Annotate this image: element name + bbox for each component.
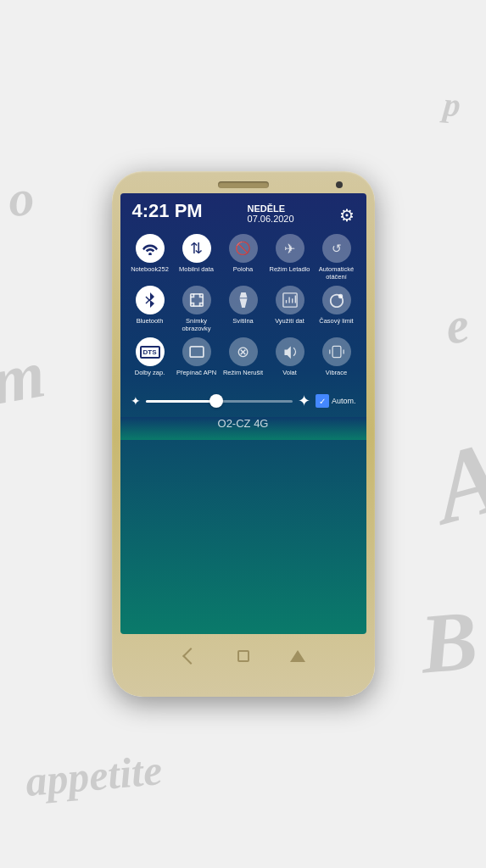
auto-brightness-checkbox[interactable]: ✓ [316, 394, 329, 408]
front-camera [336, 181, 343, 188]
phone-screen: 4:21 PM NEDĚLE 07.06.2020 ⚙ [120, 193, 366, 634]
screenshot-icon [182, 286, 211, 314]
dnd-label: Režim Nerušit [223, 369, 263, 376]
toggle-row-1: Notebook252 ⇅ Mobilní data 🚫 Poloha ✈ Re… [129, 234, 358, 281]
mobile-data-label: Mobilní data [179, 265, 214, 273]
brightness-thumb[interactable] [209, 394, 223, 408]
auto-rotate-icon: ↺ [322, 234, 351, 263]
toggle-dnd[interactable]: ⊗ Režim Nerušit [222, 337, 265, 376]
phone-device: 4:21 PM NEDĚLE 07.06.2020 ⚙ [112, 171, 375, 697]
wifi-label: Notebook252 [131, 265, 169, 273]
apn-label: Přepínač APN [176, 369, 216, 376]
brightness-high-icon: ✦ [298, 392, 310, 410]
dolby-icon: DTS [136, 337, 165, 366]
wallpaper-area: O2-CZ 4G [120, 417, 366, 440]
toggle-flashlight[interactable]: Svítilna [222, 286, 265, 332]
brightness-fill [146, 400, 216, 403]
toggle-auto-rotate[interactable]: ↺ Automatické otáčení [316, 234, 358, 281]
toggle-mobile-data[interactable]: ⇅ Mobilní data [176, 234, 218, 281]
quick-toggles-panel: Notebook252 ⇅ Mobilní data 🚫 Poloha ✈ Re… [120, 231, 366, 385]
recents-icon [237, 650, 249, 662]
auto-brightness-section[interactable]: ✓ Autom. [316, 394, 356, 408]
time-limit-label: Časový limit [319, 317, 353, 325]
vibrate-label: Vibrace [326, 369, 347, 376]
toggle-data-usage[interactable]: Využití dat [269, 286, 311, 332]
toggle-row-2: Bluetooth Snímkyobrazovky [129, 286, 358, 332]
svg-point-0 [148, 253, 152, 255]
data-usage-icon [276, 286, 304, 314]
recents-button[interactable] [233, 646, 254, 666]
toggle-airplane[interactable]: ✈ Režim Letadlo [269, 234, 311, 281]
toggle-time-limit[interactable]: Časový limit [316, 286, 358, 332]
svg-point-9 [338, 294, 342, 298]
toggle-volume[interactable]: Volat [269, 337, 311, 376]
vibrate-icon [322, 337, 351, 366]
flashlight-icon [229, 286, 258, 314]
dolby-label: Dolby zap. [135, 369, 165, 376]
bluetooth-icon [136, 286, 165, 314]
toggle-row-3: DTS Dolby zap. Přepínač APN ⊗ Režim Neru… [129, 337, 358, 376]
brightness-slider[interactable] [146, 400, 293, 403]
apn-icon [182, 337, 211, 366]
dnd-icon: ⊗ [229, 337, 258, 366]
airplane-label: Režim Letadlo [270, 265, 310, 273]
wifi-icon [136, 234, 165, 263]
svg-rect-11 [332, 346, 341, 357]
settings-icon[interactable]: ⚙ [339, 205, 355, 225]
flashlight-label: Svítilna [232, 317, 254, 325]
location-label: Poloha [233, 265, 253, 273]
brightness-low-icon: ✦ [131, 394, 141, 408]
toggle-dolby[interactable]: DTS Dolby zap. [129, 337, 171, 376]
home-icon [290, 650, 305, 662]
clock-time: 4:21 PM [132, 202, 203, 220]
day-name: NEDĚLE [248, 203, 286, 214]
carrier-text: O2-CZ 4G [218, 417, 269, 430]
mobile-data-icon: ⇅ [182, 234, 211, 263]
back-button[interactable] [179, 646, 199, 666]
toggle-screenshot[interactable]: Snímkyobrazovky [176, 286, 218, 332]
time-limit-icon [322, 286, 351, 314]
bottom-nav-bar [119, 639, 368, 673]
svg-line-2 [146, 299, 150, 303]
volume-icon [276, 337, 304, 366]
home-button[interactable] [288, 646, 308, 666]
toggle-vibrate[interactable]: Vibrace [316, 337, 358, 376]
svg-rect-10 [190, 347, 204, 357]
auto-rotate-label: Automatické otáčení [316, 265, 358, 281]
phone-top-hardware [119, 181, 368, 188]
location-icon: 🚫 [229, 234, 258, 263]
bluetooth-label: Bluetooth [137, 317, 164, 325]
date-display: 07.06.2020 [248, 214, 294, 224]
volume-label: Volat [282, 369, 297, 376]
svg-rect-3 [190, 294, 202, 306]
date-section: NEDĚLE 07.06.2020 [248, 202, 294, 224]
airplane-icon: ✈ [276, 234, 304, 263]
time-section: 4:21 PM [132, 202, 203, 220]
status-bar: 4:21 PM NEDĚLE 07.06.2020 ⚙ [120, 193, 366, 231]
toggle-wifi[interactable]: Notebook252 [129, 234, 171, 281]
screenshot-label: Snímkyobrazovky [182, 317, 210, 332]
data-usage-label: Využití dat [275, 317, 304, 325]
speaker-grille [218, 181, 269, 188]
auto-brightness-label: Autom. [332, 397, 356, 405]
toggle-apn[interactable]: Přepínač APN [176, 337, 218, 376]
toggle-location[interactable]: 🚫 Poloha [222, 234, 265, 281]
brightness-row: ✦ ✦ ✓ Autom. [120, 385, 366, 417]
toggle-bluetooth[interactable]: Bluetooth [129, 286, 171, 332]
